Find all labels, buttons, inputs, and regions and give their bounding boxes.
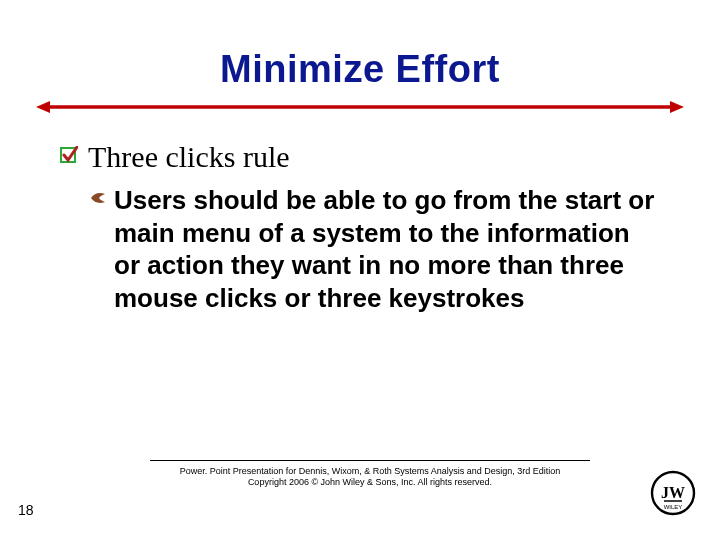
slide-title: Minimize Effort — [0, 48, 720, 91]
horizontal-rule-arrow — [36, 100, 684, 114]
leaf-icon — [90, 191, 106, 205]
footer-line-2: Copyright 2006 © John Wiley & Sons, Inc.… — [248, 477, 492, 487]
svg-marker-2 — [670, 101, 684, 113]
footer-line-1: Power. Point Presentation for Dennis, Wi… — [180, 466, 561, 476]
svg-text:WILEY: WILEY — [664, 504, 683, 510]
checkbox-icon — [60, 146, 78, 164]
bullet-1-text: Three clicks rule — [88, 140, 290, 174]
footer-rule — [150, 460, 590, 461]
bullet-level-2: Users should be able to go from the star… — [90, 184, 660, 314]
svg-marker-1 — [36, 101, 50, 113]
bullet-2-text: Users should be able to go from the star… — [114, 184, 660, 314]
bullet-level-1: Three clicks rule — [60, 140, 660, 174]
slide: Minimize Effort Three clicks rule Users … — [0, 0, 720, 540]
wiley-logo-icon: JW WILEY — [650, 470, 696, 516]
svg-text:JW: JW — [661, 484, 685, 501]
page-number: 18 — [18, 502, 34, 518]
footer: Power. Point Presentation for Dennis, Wi… — [0, 460, 720, 520]
footer-text: Power. Point Presentation for Dennis, Wi… — [150, 466, 590, 489]
content-area: Three clicks rule Users should be able t… — [60, 140, 660, 314]
